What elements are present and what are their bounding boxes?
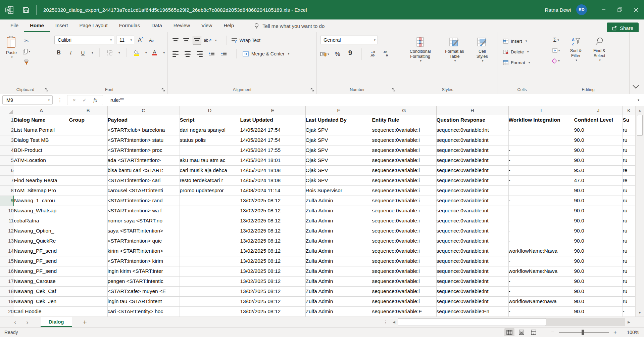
cell-A13[interactable]: Nawang_QuickRe [14,236,69,246]
cell-J12[interactable]: 90.0 [574,226,623,236]
minimize-button[interactable] [596,0,612,19]
format-as-table-button[interactable]: Format as Table▾ [440,36,469,85]
row-header-17[interactable]: 17 [0,276,14,286]
cell-J2[interactable]: 90.0 [574,125,623,135]
cell-F19[interactable]: Zulfa Admin [305,296,372,306]
formula-bar-resize-handle[interactable]: ⋮ [57,97,62,103]
cell-F10[interactable]: Zulfa Admin [305,206,372,216]
cell-B20[interactable] [69,306,107,317]
cell-G15[interactable]: sequence:0variable:i [372,256,436,266]
cell-J5[interactable]: 90.0 [574,155,623,165]
enter-icon[interactable]: ✓ [83,97,87,103]
scroll-up-icon[interactable]: ▲ [636,106,644,114]
cell-D18[interactable] [180,286,240,296]
cell-G19[interactable]: sequence:0variable:i [372,296,436,306]
cell-K19[interactable]: ru [623,296,635,306]
cell-B15[interactable] [69,256,107,266]
cell-A11[interactable]: cobaRatna [14,216,69,226]
cell-K6[interactable]: re [623,165,635,175]
page-layout-view-icon[interactable] [516,328,527,336]
cell-D1[interactable]: Script [180,115,240,125]
cell-A7[interactable]: Find Nearby Resta [14,175,69,185]
scroll-right-icon[interactable]: ▶ [625,318,633,326]
cell-B19[interactable] [69,296,107,306]
cell-B7[interactable] [69,175,107,185]
insert-function-icon[interactable]: fx [93,97,97,103]
zoom-out-icon[interactable]: − [549,329,556,336]
save-icon[interactable] [22,6,30,13]
fill-down-icon[interactable]: ▾ [552,46,560,55]
number-format-select[interactable]: General▾ [320,36,378,44]
cell-B3[interactable] [69,135,107,145]
number-launcher-icon[interactable] [392,88,395,92]
cell-C7[interactable]: <START:intention> cari [107,175,180,185]
cell-B10[interactable] [69,206,107,216]
vertical-scrollbar-thumb[interactable] [637,115,643,136]
wrap-text-button[interactable]: Wrap Text [231,36,261,45]
cell-F13[interactable]: Zulfa Admin [305,236,372,246]
scroll-left-icon[interactable]: ◀ [390,318,398,326]
cut-icon[interactable]: ✂ [22,36,31,45]
increase-font-size-icon[interactable]: A^ [136,36,145,44]
font-size-select[interactable]: 11▾ [116,36,134,44]
cell-K11[interactable]: ru [623,216,635,226]
name-box-dropdown-icon[interactable]: ▾ [48,98,50,102]
cell-styles-button[interactable]: Cell Styles▾ [471,36,494,85]
ribbon-tab-insert[interactable]: Insert [50,19,74,32]
cell-B12[interactable] [69,226,107,236]
cell-F3[interactable]: Ojak SPV [305,135,372,145]
cell-C9[interactable]: <START:intention> rand [107,196,180,206]
cell-D10[interactable] [180,206,240,216]
row-header-1[interactable]: 1 [0,115,14,125]
cell-G1[interactable]: Entity Rule [372,115,436,125]
cell-F2[interactable]: Ojak SPV [305,125,372,135]
expand-formula-bar-icon[interactable]: ▾ [638,98,639,102]
cell-B2[interactable] [69,125,107,135]
cancel-icon[interactable]: × [73,97,76,103]
cell-C1[interactable]: Payload [107,115,180,125]
previous-sheet-icon[interactable]: ‹ [14,319,16,326]
cell-A16[interactable]: Nawang_PF_send [14,266,69,276]
cell-F20[interactable]: Zulfa Admin [305,306,372,317]
cell-B5[interactable] [69,155,107,165]
sort-filter-button[interactable]: AZ Sort & Filter▾ [564,36,588,85]
cell-H5[interactable]: sequence:0variable:int [436,155,508,165]
cell-A12[interactable]: Nawang_Option_ [14,226,69,236]
cell-I11[interactable]: - [508,216,574,226]
cell-C2[interactable]: <START:club> barcelona [107,125,180,135]
cell-C14[interactable]: kirim <START:intention> [107,246,180,256]
cell-D6[interactable]: cari musik aja dehca [180,165,240,175]
cell-J17[interactable]: 90.0 [574,276,623,286]
font-name-select[interactable]: Calibri▾ [54,36,114,44]
underline-dropdown-icon[interactable]: ▾ [92,51,93,54]
align-top-icon[interactable] [171,36,180,45]
cell-H6[interactable]: sequence:0variable:int [436,165,508,175]
row-header-3[interactable]: 3 [0,135,14,145]
cell-I16[interactable]: workflowName:Nawa [508,266,574,276]
cell-B8[interactable] [69,185,107,196]
cell-C20[interactable]: cari <START:entity> hoc [107,306,180,317]
cell-E16[interactable]: 13/02/2025 08:12 [240,266,305,276]
cell-D4[interactable] [180,145,240,155]
alignment-launcher-icon[interactable] [310,88,314,92]
column-header-B[interactable]: B [69,106,107,115]
cell-A20[interactable]: Cari Hoodie [14,306,69,317]
cell-K12[interactable]: ru [623,226,635,236]
cell-F4[interactable]: Ojak SPV [305,145,372,155]
cell-C13[interactable]: <START:intention> quic [107,236,180,246]
horizontal-scrollbar-track[interactable] [546,318,625,326]
cell-A19[interactable]: Nawang_Cek_Jen [14,296,69,306]
column-header-H[interactable]: H [436,106,508,115]
cell-C10[interactable]: <START:intention> wa f [107,206,180,216]
cell-A8[interactable]: TAM_Sitemap Pro [14,185,69,196]
select-all-corner[interactable] [0,106,14,115]
cell-J18[interactable]: 90.0 [574,286,623,296]
ribbon-tab-page-layout[interactable]: Page Layout [73,19,113,32]
cell-H11[interactable]: sequence:0variable:int [436,216,508,226]
cell-G3[interactable]: sequence:0variable:i [372,135,436,145]
cell-K3[interactable]: ru [623,135,635,145]
bold-button[interactable]: B [54,48,63,57]
cell-D5[interactable]: aku mau tau atm ac [180,155,240,165]
cell-K17[interactable]: ru [623,276,635,286]
cell-D19[interactable] [180,296,240,306]
